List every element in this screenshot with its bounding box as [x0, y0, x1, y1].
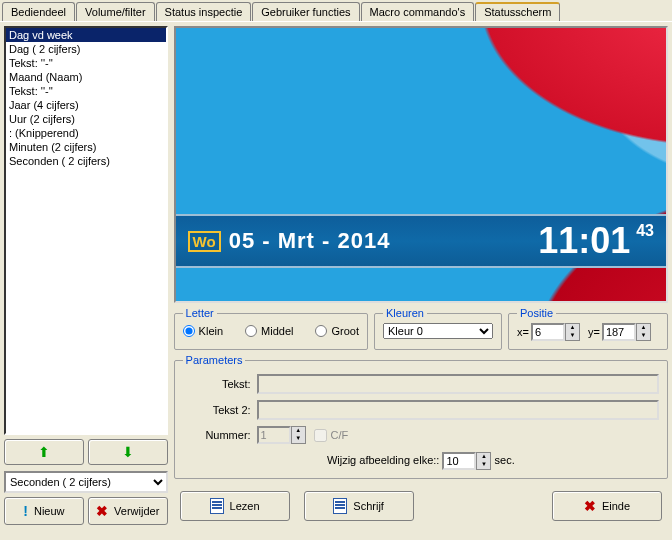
- x-icon: ✖: [584, 498, 596, 514]
- pos-controls: x= ▲▼ y= ▲▼: [517, 323, 659, 341]
- element-select[interactable]: Seconden ( 2 cijfers): [4, 471, 168, 493]
- time-seconds: 43: [636, 222, 654, 240]
- list-item[interactable]: Uur (2 cijfers): [6, 112, 166, 126]
- params-grid: Tekst: Tekst 2: Nummer: ▲▼ C/F: [183, 374, 659, 444]
- wijzig-stepper[interactable]: ▲▼: [476, 452, 491, 470]
- list-item[interactable]: Tekst: ''-'': [6, 84, 166, 98]
- wijzig-post: sec.: [495, 454, 515, 466]
- radio-middel[interactable]: Middel: [245, 325, 293, 337]
- list-item[interactable]: Dag ( 2 cijfers): [6, 42, 166, 56]
- move-up-button[interactable]: ⬆: [4, 439, 84, 465]
- cf-check-input: [314, 429, 327, 442]
- nummer-spin: ▲▼: [257, 426, 306, 444]
- parameters-legend: Parameters: [183, 354, 246, 366]
- letter-legend: Letter: [183, 307, 217, 319]
- tab-bediendeel[interactable]: Bediendeel: [2, 2, 75, 21]
- list-item[interactable]: Dag vd week: [6, 28, 166, 42]
- schrijf-button[interactable]: Schrijf: [304, 491, 414, 521]
- radio-groot[interactable]: Groot: [315, 325, 359, 337]
- positie-legend: Positie: [517, 307, 556, 319]
- move-down-button[interactable]: ⬇: [88, 439, 168, 465]
- nieuw-label: Nieuw: [34, 505, 65, 517]
- nummer-input: [257, 426, 291, 444]
- date-text: 05 - Mrt - 2014: [229, 228, 391, 254]
- action-buttons: Lezen Schrijf ✖Einde: [174, 487, 668, 525]
- cf-checkbox: C/F: [314, 429, 349, 442]
- element-combo: Seconden ( 2 cijfers): [4, 471, 168, 493]
- tekst2-input: [257, 400, 659, 420]
- y-label: y=: [588, 326, 600, 338]
- order-arrows: ⬆ ⬇: [4, 439, 168, 465]
- tekst2-label: Tekst 2:: [183, 404, 251, 416]
- kleur-select[interactable]: Kleur 0: [383, 323, 493, 339]
- tab-gebruiker[interactable]: Gebruiker functies: [252, 2, 359, 21]
- radio-klein[interactable]: Klein: [183, 325, 223, 337]
- element-listbox[interactable]: Dag vd week Dag ( 2 cijfers) Tekst: ''-'…: [4, 26, 168, 435]
- letter-group: Letter Klein Middel Groot: [174, 307, 368, 350]
- parameters-group: Parameters Tekst: Tekst 2: Nummer: ▲▼ C/…: [174, 354, 668, 479]
- cf-label: C/F: [331, 429, 349, 441]
- radio-middel-label: Middel: [261, 325, 293, 337]
- radio-groot-input[interactable]: [315, 325, 327, 337]
- right-column: Wo 05 - Mrt - 2014 11:01 43 Letter Klein…: [174, 26, 668, 525]
- wijzig-spin: ▲▼: [442, 452, 491, 470]
- nieuw-button[interactable]: !Nieuw: [4, 497, 84, 525]
- arrow-down-icon: ⬇: [122, 444, 134, 460]
- left-column: Dag vd week Dag ( 2 cijfers) Tekst: ''-'…: [4, 26, 168, 525]
- x-icon: ✖: [96, 503, 108, 519]
- wijzig-pre: Wijzig afbeelding elke::: [327, 454, 440, 466]
- positie-group: Positie x= ▲▼ y= ▲▼: [508, 307, 668, 350]
- tekst-label: Tekst:: [183, 378, 251, 390]
- time-text: 11:01 43: [538, 220, 654, 262]
- config-row: Letter Klein Middel Groot Kleuren Kleur …: [174, 303, 668, 350]
- tab-volume[interactable]: Volume/filter: [76, 2, 155, 21]
- arrow-up-icon: ⬆: [38, 444, 50, 460]
- radio-klein-label: Klein: [199, 325, 223, 337]
- weekday-box: Wo: [188, 231, 221, 252]
- y-stepper[interactable]: ▲▼: [636, 323, 651, 341]
- tab-status-inspectie[interactable]: Status inspectie: [156, 2, 252, 21]
- x-stepper[interactable]: ▲▼: [565, 323, 580, 341]
- nummer-row: ▲▼ C/F: [257, 426, 659, 444]
- list-item[interactable]: Minuten (2 cijfers): [6, 140, 166, 154]
- x-spin: ▲▼: [531, 323, 580, 341]
- radio-middel-input[interactable]: [245, 325, 257, 337]
- lezen-button[interactable]: Lezen: [180, 491, 290, 521]
- list-item[interactable]: : (Knipperend): [6, 126, 166, 140]
- doc-icon: [333, 498, 347, 514]
- list-item[interactable]: Tekst: ''-'': [6, 56, 166, 70]
- letter-radios: Klein Middel Groot: [183, 323, 359, 337]
- wijzig-row: Wijzig afbeelding elke:: ▲▼ sec.: [183, 452, 659, 470]
- tab-macro[interactable]: Macro commando's: [361, 2, 475, 21]
- tabstrip: Bediendeel Volume/filter Status inspecti…: [0, 0, 672, 21]
- verwijder-button[interactable]: ✖Verwijder: [88, 497, 168, 525]
- kleuren-group: Kleuren Kleur 0: [374, 307, 502, 350]
- list-item[interactable]: Maand (Naam): [6, 70, 166, 84]
- preview-band: Wo 05 - Mrt - 2014 11:01 43: [176, 214, 666, 268]
- verwijder-label: Verwijder: [114, 505, 159, 517]
- einde-label: Einde: [602, 500, 630, 512]
- wijzig-input[interactable]: [442, 452, 476, 470]
- y-spin: ▲▼: [602, 323, 651, 341]
- preview-pane: Wo 05 - Mrt - 2014 11:01 43: [174, 26, 668, 303]
- list-action-row: !Nieuw ✖Verwijder: [4, 497, 168, 525]
- tekst-input: [257, 374, 659, 394]
- x-label: x=: [517, 326, 529, 338]
- list-item[interactable]: Jaar (4 cijfers): [6, 98, 166, 112]
- einde-button[interactable]: ✖Einde: [552, 491, 662, 521]
- y-input[interactable]: [602, 323, 636, 341]
- kleuren-legend: Kleuren: [383, 307, 427, 319]
- doc-icon: [210, 498, 224, 514]
- radio-klein-input[interactable]: [183, 325, 195, 337]
- x-input[interactable]: [531, 323, 565, 341]
- schrijf-label: Schrijf: [353, 500, 384, 512]
- exclaim-icon: !: [23, 503, 28, 519]
- main-panel: Dag vd week Dag ( 2 cijfers) Tekst: ''-'…: [0, 21, 672, 529]
- nummer-label: Nummer:: [183, 429, 251, 441]
- radio-groot-label: Groot: [331, 325, 359, 337]
- nummer-stepper: ▲▼: [291, 426, 306, 444]
- lezen-label: Lezen: [230, 500, 260, 512]
- spacer: [428, 491, 538, 521]
- list-item[interactable]: Seconden ( 2 cijfers): [6, 154, 166, 168]
- tab-statusscherm[interactable]: Statusscherm: [475, 2, 560, 21]
